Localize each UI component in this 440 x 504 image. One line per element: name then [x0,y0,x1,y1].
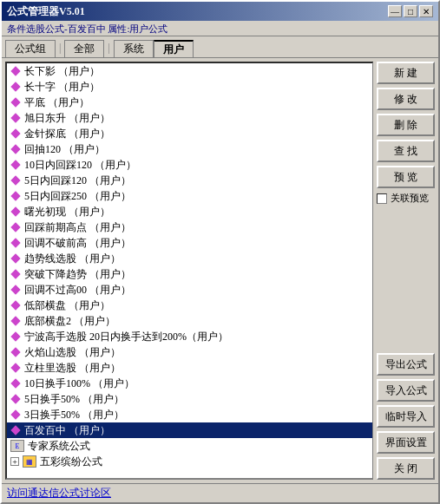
diamond-icon [10,160,21,170]
list-item[interactable]: 回调不破前高 （用户） [7,235,372,251]
breadcrumb-text: 条件选股公式-百发百中 属性:用户公式 [7,23,167,34]
list-item[interactable]: 5日换手50% （用户） [7,391,372,407]
diamond-icon [10,113,21,123]
title-controls: — □ ✕ [388,5,433,17]
breadcrumb: 条件选股公式-百发百中 属性:用户公式 [2,21,438,36]
window-title: 公式管理器V5.01 [7,4,85,19]
close-button[interactable]: ✕ [419,5,433,17]
diamond-icon [10,222,21,232]
expert-label: 专家系统公式 [28,439,90,454]
diamond-icon [10,409,21,420]
diamond-icon [10,238,21,248]
diamond-icon [10,269,21,279]
maximize-button[interactable]: □ [404,5,417,17]
list-item[interactable]: 5日内回踩120 （用户） [7,173,372,188]
list-item[interactable]: 回抽120 （用户） [7,141,372,157]
diamond-icon [10,206,21,217]
group-buttons: 导出公式 导入公式 临时导入 界面设置 关 闭 [377,353,435,480]
modify-button[interactable]: 修 改 [377,88,435,110]
bottom-link-text: 访问通达信公式讨论区 [7,486,111,501]
tab-sep-1: | [56,42,64,55]
list-item[interactable]: 低部横盘 （用户） [7,298,372,313]
list-item[interactable]: 百发百中 （用户） [7,422,372,438]
delete-button[interactable]: 删 除 [377,114,435,136]
related-preview-row: 关联预览 [377,192,435,205]
bottom-bar[interactable]: 访问通达信公式讨论区 [2,483,438,502]
expand-icon[interactable]: + [10,457,19,466]
diamond-icon [10,363,21,373]
main-content: 长下影 （用户）长十字 （用户）平底 （用户）旭日东升 （用户）金针探底 （用户… [2,57,438,483]
diamond-icon [10,425,21,435]
list-item[interactable]: 火焰山选股 （用户） [7,344,372,360]
list-item[interactable]: 突破下降趋势 （用户） [7,266,372,282]
list-item[interactable]: 趋势线选股 （用户） [7,251,372,266]
wucai-icon: ▦ [23,455,36,468]
tab-formula-group[interactable]: 公式组 [5,40,56,57]
main-window: 公式管理器V5.01 — □ ✕ 条件选股公式-百发百中 属性:用户公式 公式组… [0,0,440,504]
diamond-icon [10,253,21,264]
tab-system[interactable]: 系统 [114,40,154,57]
diamond-icon [10,191,21,201]
list-item[interactable]: 长下影 （用户） [7,63,372,79]
list-item[interactable]: 回踩前期高点 （用户） [7,219,372,235]
temp-import-button[interactable]: 临时导入 [377,405,435,428]
list-item[interactable]: 宁波高手选股 20日内换手达到200%（用户） [7,329,372,344]
export-button[interactable]: 导出公式 [377,353,435,376]
list-item[interactable]: 金针探底 （用户） [7,126,372,141]
diamond-icon [10,285,21,295]
expert-icon: E [10,440,24,452]
list-item[interactable]: 3日换手50% （用户） [7,407,372,422]
diamond-icon [10,316,21,326]
tab-all[interactable]: 全部 [64,40,104,57]
diamond-icon [10,82,21,92]
diamond-icon [10,347,21,357]
related-preview-label: 关联预览 [391,192,429,205]
tab-user[interactable]: 用户 [154,40,194,57]
diamond-icon [10,97,21,108]
tab-sep-2: | [104,42,113,55]
tabs-bar: 公式组 | 全部 | 系统 用户 [2,36,438,57]
expert-system-row[interactable]: E 专家系统公式 [7,438,372,454]
formula-list-panel[interactable]: 长下影 （用户）长十字 （用户）平底 （用户）旭日东升 （用户）金针探底 （用户… [5,62,373,480]
list-item[interactable]: 长十字 （用户） [7,79,372,95]
list-item[interactable]: 回调不过高00 （用户） [7,282,372,298]
list-item[interactable]: 旭日东升 （用户） [7,110,372,126]
diamond-icon [10,144,21,154]
minimize-button[interactable]: — [388,5,402,17]
diamond-icon [10,66,21,76]
new-button[interactable]: 新 建 [377,62,435,84]
diamond-icon [10,394,21,404]
right-panel: 新 建 修 改 删 除 查 找 预 览 关联预览 导出公式 导入公式 临时导入 … [373,58,438,483]
list-item[interactable]: 5日内回踩250 （用户） [7,188,372,204]
list-item[interactable]: 底部横盘2 （用户） [7,313,372,329]
list-item[interactable]: 立柱里选股 （用户） [7,360,372,376]
import-button[interactable]: 导入公式 [377,379,435,402]
diamond-icon [10,378,21,389]
ui-settings-button[interactable]: 界面设置 [377,431,435,454]
diamond-icon [10,128,21,139]
list-item[interactable]: 10日换手100% （用户） [7,376,372,391]
preview-button[interactable]: 预 览 [377,166,435,188]
title-bar: 公式管理器V5.01 — □ ✕ [2,2,438,21]
close-button-main[interactable]: 关 闭 [377,457,435,480]
wucai-label: 五彩缤纷公式 [40,455,102,469]
find-button[interactable]: 查 找 [377,140,435,162]
related-preview-checkbox[interactable] [377,193,387,204]
spacer [377,208,435,350]
list-item[interactable]: 平底 （用户） [7,95,372,110]
diamond-icon [10,300,21,311]
list-item[interactable]: 曙光初现 （用户） [7,204,372,219]
diamond-icon [10,175,21,186]
wucai-row[interactable]: + ▦ 五彩缤纷公式 [7,454,372,469]
list-item[interactable]: 10日内回踩120 （用户） [7,157,372,173]
diamond-icon [10,331,21,342]
